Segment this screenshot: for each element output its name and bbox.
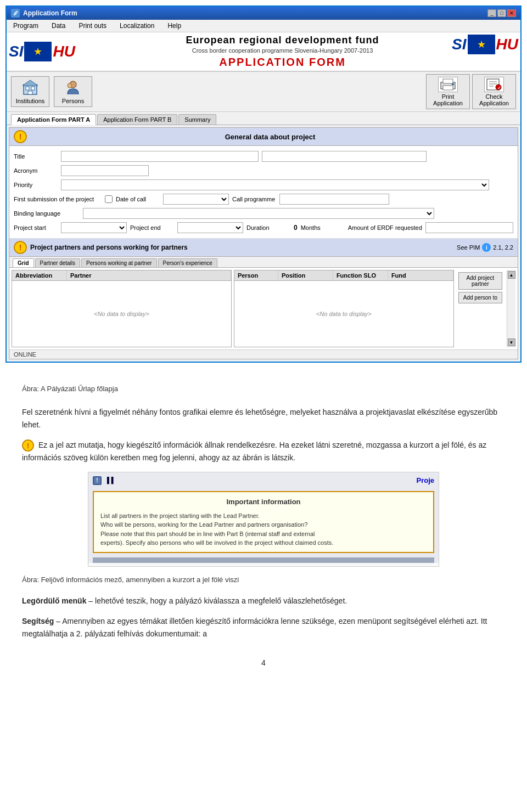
- header-center: European regional development fund Cross…: [115, 35, 450, 69]
- persons-label: Persons: [62, 98, 84, 104]
- print-check-area: PrintApplication ✓ CheckApplication: [426, 74, 516, 109]
- project-end-label: Project end: [130, 224, 174, 231]
- minimize-button[interactable]: _: [487, 9, 496, 17]
- duration-value: 0: [294, 224, 298, 232]
- priority-row: Priority: [14, 178, 513, 192]
- tooltip-box: Important information List all partners …: [93, 491, 434, 553]
- logo-si-right: SI: [452, 36, 466, 53]
- help-bold: Segítség: [22, 617, 54, 625]
- title-input[interactable]: [61, 151, 259, 162]
- person-table-header: Person Position Function SLO Fund: [234, 270, 453, 281]
- menu-bar: Program Data Print outs Localization Hel…: [7, 20, 520, 32]
- svg-rect-2: [31, 87, 35, 90]
- svg-rect-8: [443, 79, 453, 83]
- svg-rect-9: [443, 86, 453, 90]
- partner-table-header: Abbreviation Partner: [12, 270, 231, 281]
- menu-program[interactable]: Program: [11, 21, 41, 31]
- menu-help[interactable]: Help: [165, 21, 183, 31]
- partners-section: ! Project partners and persons working f…: [9, 239, 518, 349]
- binding-language-select[interactable]: [83, 208, 434, 219]
- amount-erdf-input[interactable]: [425, 222, 513, 233]
- paragraph-3: Legördülő menük – lehetővé teszik, hogy …: [22, 595, 505, 607]
- tab-part-b[interactable]: Application Form PART B: [97, 114, 177, 125]
- project-start-select[interactable]: [61, 222, 127, 233]
- partner-tab-experience[interactable]: Person's experience: [158, 258, 217, 267]
- position-header: Position: [278, 270, 333, 280]
- check-application-button[interactable]: ✓ CheckApplication: [472, 74, 516, 109]
- menu-printouts[interactable]: Print outs: [76, 21, 109, 31]
- partner-table: Abbreviation Partner <No data to display…: [12, 270, 232, 347]
- help-text: – Amennyiben az egyes témákat illetően k…: [22, 617, 487, 638]
- tooltip-top-row: ! ▐▐ Proje: [88, 472, 439, 489]
- svg-point-6: [68, 83, 72, 88]
- call-programme-label: Call programme: [232, 196, 276, 202]
- title-input-2[interactable]: [262, 151, 427, 162]
- eu-flag-left: ★: [24, 42, 52, 61]
- print-label: PrintApplication: [433, 93, 463, 106]
- add-person-button[interactable]: Add person to: [458, 292, 502, 303]
- form-fields: Title Acronym Priority First submission …: [9, 146, 518, 239]
- person-table: Person Position Function SLO Fund <No da…: [234, 270, 454, 347]
- institutions-label: Institutions: [16, 98, 45, 104]
- toolbar-area: Institutions Persons: [7, 72, 520, 112]
- project-dates-row: Project start Project end Duration 0 Mon…: [14, 221, 513, 235]
- menu-localization[interactable]: Localization: [117, 21, 156, 31]
- call-programme-input[interactable]: [279, 194, 389, 205]
- partners-header: ! Project partners and persons working f…: [9, 239, 518, 257]
- partners-title: Project partners and persons working for…: [30, 244, 188, 251]
- partner-tab-persons[interactable]: Persons working at partner: [81, 258, 157, 267]
- svg-rect-3: [28, 91, 32, 94]
- months-label: Months: [301, 224, 345, 231]
- partner-header: Partner: [67, 270, 231, 280]
- title-label: Title: [14, 153, 58, 160]
- project-end-select[interactable]: [177, 222, 243, 233]
- svg-rect-1: [26, 87, 29, 90]
- close-button[interactable]: ✕: [507, 9, 516, 17]
- check-label: CheckApplication: [479, 93, 509, 106]
- tooltip-image-inner: ! ▐▐ Proje Important information List al…: [88, 472, 439, 562]
- status-bar: ONLINE: [9, 349, 518, 359]
- general-data-section: ! General data about project Title Acron…: [9, 128, 518, 239]
- partners-warning-icon: !: [14, 241, 27, 254]
- print-application-button[interactable]: PrintApplication: [426, 74, 470, 109]
- window-title: Application Form: [23, 9, 77, 17]
- menu-data[interactable]: Data: [49, 21, 68, 31]
- tooltip-box-title: Important information: [100, 497, 427, 508]
- person-table-body: <No data to display>: [234, 281, 453, 347]
- logo-si-left: SI: [9, 43, 23, 60]
- warning-inline-icon: !: [22, 439, 34, 452]
- priority-select[interactable]: [61, 179, 489, 190]
- persons-button[interactable]: Persons: [54, 76, 92, 107]
- partner-tab-grid[interactable]: Grid: [13, 258, 34, 267]
- application-window: 🖊 Application Form _ □ ✕ Program Data Pr…: [5, 5, 522, 363]
- add-project-partner-button[interactable]: Add projectpartner: [458, 272, 502, 290]
- svg-marker-4: [23, 80, 38, 86]
- pim-info-icon: i: [482, 243, 491, 252]
- tab-part-a[interactable]: Application Form PART A: [11, 114, 96, 125]
- status-text: ONLINE: [14, 351, 36, 358]
- header-app-form: APPLICATION FORM: [219, 56, 346, 69]
- institutions-button[interactable]: Institutions: [11, 76, 49, 107]
- tab-summary[interactable]: Summary: [178, 114, 216, 125]
- dropdown-menus-text: – lehetővé teszik, hogy a pályázó kivála…: [86, 596, 347, 605]
- logo-right: SI ★ HU: [452, 35, 518, 54]
- check-icon: ✓: [484, 77, 504, 92]
- main-content: ! General data about project Title Acron…: [9, 127, 518, 359]
- tabs-bar: Application Form PART A Application Form…: [7, 112, 520, 125]
- scrollbar[interactable]: ▲ ▼: [507, 270, 515, 347]
- duration-label: Duration: [246, 224, 290, 231]
- partner-tab-details[interactable]: Partner details: [35, 258, 80, 267]
- maximize-button[interactable]: □: [497, 9, 506, 17]
- first-submission-row: First submission of the project Date of …: [14, 192, 513, 206]
- persons-icon: [64, 79, 82, 97]
- binding-language-label: Binding language: [14, 210, 80, 217]
- logo-hu-left: HU: [53, 43, 75, 60]
- svg-rect-10: [452, 83, 454, 85]
- first-submission-checkbox[interactable]: [105, 195, 113, 203]
- eu-flag-right: ★: [468, 35, 495, 54]
- paragraph-2: ! Ez a jel azt mutatja, hogy kiegészítő …: [22, 439, 505, 464]
- project-start-label: Project start: [14, 224, 58, 231]
- acronym-input[interactable]: [61, 165, 149, 176]
- date-of-call-select[interactable]: [163, 194, 229, 205]
- title-bar-controls: _ □ ✕: [487, 9, 516, 17]
